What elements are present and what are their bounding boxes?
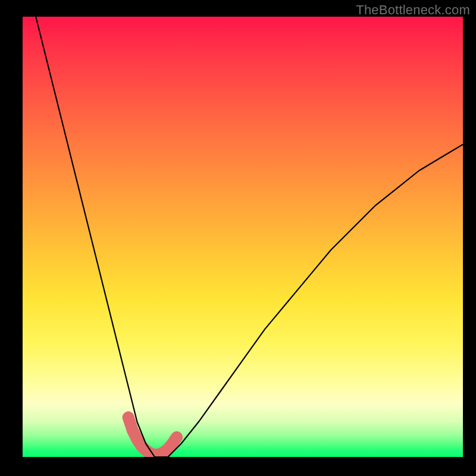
watermark-label: TheBottleneck.com — [356, 2, 470, 18]
bottleneck-curve-path — [36, 17, 463, 457]
chart-plot-area — [23, 17, 463, 457]
trough-highlight-path — [129, 417, 177, 455]
chart-svg — [23, 17, 463, 457]
outer-frame: TheBottleneck.com — [0, 0, 476, 476]
